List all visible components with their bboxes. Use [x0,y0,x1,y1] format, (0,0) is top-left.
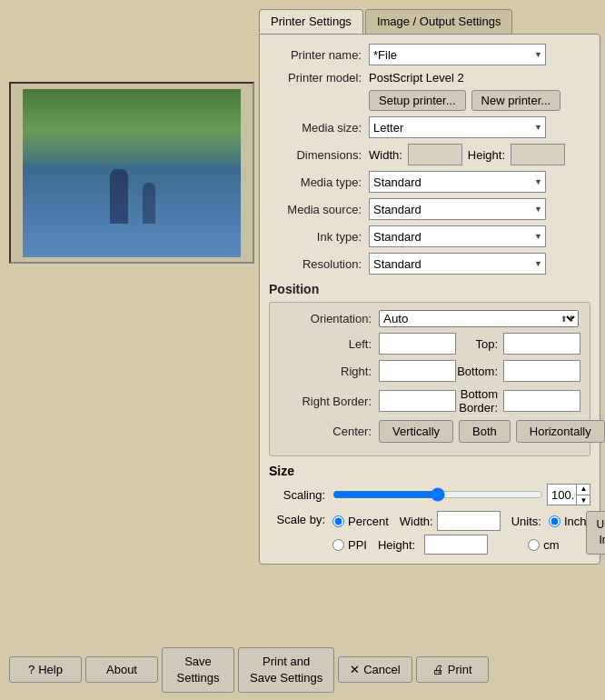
size-section: Size Scaling: 100.0 ▲ ▼ Scale by: [269,464,590,555]
scaling-value-wrapper: 100.0 ▲ ▼ [547,484,590,505]
height-label: Height: [468,148,505,162]
help-icon: ? [28,663,35,676]
orientation-select[interactable]: Auto [379,310,579,327]
print-button[interactable]: 🖨 Print [416,656,489,683]
scale-height-input[interactable] [424,535,488,555]
center-vertically-button[interactable]: Vertically [379,420,453,443]
width-label-2: Width: [400,515,433,528]
ppi-label: PPI [348,538,367,552]
printer-dialog: Printer Settings Image / Output Settings… [259,9,600,700]
ink-type-wrapper: Standard [369,225,546,247]
orientation-label: Orientation: [279,312,379,325]
center-row: Center: Vertically Both Horizontally [279,420,580,443]
print-label: Print [448,663,472,676]
center-horizontally-button[interactable]: Horizontally [516,420,605,443]
media-size-wrapper: Letter [369,116,546,138]
size-section-title: Size [269,464,590,478]
help-button[interactable]: ? Help [9,656,82,683]
units-label: Units: [511,515,541,528]
tab-printer-settings[interactable]: Printer Settings [259,9,363,34]
printer-name-select[interactable]: *File [369,44,546,65]
scaling-row: Scaling: 100.0 ▲ ▼ [269,484,590,505]
top-label: Top: [456,337,503,351]
media-type-select[interactable]: Standard [369,171,546,193]
spin-down-icon[interactable]: ▼ [577,495,590,506]
printer-model-row: Printer model: PostScript Level 2 [269,71,590,85]
media-size-label: Media size: [269,121,369,135]
scale-by-label: Scale by: [269,511,332,526]
position-section-title: Position [269,282,590,296]
center-buttons: Vertically Both Horizontally [379,420,605,443]
cm-radio[interactable] [528,539,540,551]
position-section: Orientation: Auto Left: Top: R [269,302,590,456]
panel-content: Printer name: *File Printer model: PostS… [259,34,600,565]
width-input[interactable] [408,144,462,165]
printer-name-wrapper: *File [369,44,546,65]
scale-width-input[interactable] [437,511,501,531]
right-bottom-row: Right: Bottom: [279,360,580,382]
left-input[interactable] [379,333,456,355]
dimensions-label: Dimensions: [269,148,369,162]
print-icon: 🖨 [432,663,444,676]
help-label: Help [38,663,63,676]
right-label: Right: [279,365,379,378]
setup-buttons-row: Setup printer... New printer... [369,90,590,111]
inch-label: Inch [564,515,587,528]
cancel-icon: ✕ [350,663,360,676]
media-size-row: Media size: Letter [269,116,590,138]
cancel-button[interactable]: ✕ Cancel [338,656,412,683]
bottom-input[interactable] [503,360,580,382]
media-source-select[interactable]: Standard [369,198,546,220]
height-input[interactable] [511,144,565,165]
scaling-slider[interactable] [332,485,543,504]
scaling-spinner[interactable]: ▲ ▼ [576,484,590,505]
scaling-label: Scaling: [269,488,332,502]
percent-radio[interactable] [332,515,344,527]
right-input[interactable] [379,360,456,382]
media-type-row: Media type: Standard [269,171,590,193]
dimensions-inner: Width: Height: [369,144,565,165]
media-type-label: Media type: [269,175,369,189]
media-size-select[interactable]: Letter [369,116,546,138]
spin-up-icon[interactable]: ▲ [577,484,590,495]
height-label-2: Height: [378,538,415,552]
ppi-radio[interactable] [332,539,344,551]
bottom-border-label: Bottom Border: [456,387,503,415]
top-input[interactable] [503,333,580,355]
width-label: Width: [369,148,402,162]
left-top-row: Left: Top: [279,333,580,355]
printer-name-row: Printer name: *File [269,44,590,65]
inch-radio[interactable] [549,515,560,527]
resolution-label: Resolution: [269,257,369,271]
media-type-wrapper: Standard [369,171,546,193]
right-border-input[interactable] [379,390,456,412]
ink-type-select[interactable]: Standard [369,225,546,247]
media-source-row: Media source: Standard [269,198,590,220]
orientation-row: Orientation: Auto [279,310,580,327]
bottom-border-input[interactable] [503,390,580,412]
bottom-bar: ? Help About Save Settings Print and Sav… [0,640,605,700]
preview-image [23,89,241,257]
orientation-wrapper: Auto [379,310,579,327]
new-printer-button[interactable]: New printer... [471,90,561,111]
resolution-select[interactable]: Standard [369,253,546,275]
printer-model-value: PostScript Level 2 [369,71,464,85]
setup-printer-button[interactable]: Setup printer... [369,90,466,111]
tab-image-output[interactable]: Image / Output Settings [365,9,513,34]
use-original-size-button[interactable]: Use Original Image Size [586,511,605,555]
printer-model-label: Printer model: [269,71,369,85]
about-button[interactable]: About [85,656,158,683]
center-label: Center: [279,425,379,438]
ink-type-label: Ink type: [269,230,369,244]
print-save-settings-button[interactable]: Print and Save Settings [238,647,334,693]
ink-type-row: Ink type: Standard [269,225,590,247]
borders-row: Right Border: Bottom Border: [279,387,580,415]
center-both-button[interactable]: Both [459,420,511,443]
cancel-label: Cancel [363,663,400,676]
cm-label: cm [543,538,559,552]
dimensions-row: Dimensions: Width: Height: [269,144,590,165]
media-source-wrapper: Standard [369,198,546,220]
scale-by-options: Percent Width: Units: Inch PPI Height: [332,511,586,555]
save-settings-button[interactable]: Save Settings [162,647,234,693]
resolution-row: Resolution: Standard [269,253,590,275]
